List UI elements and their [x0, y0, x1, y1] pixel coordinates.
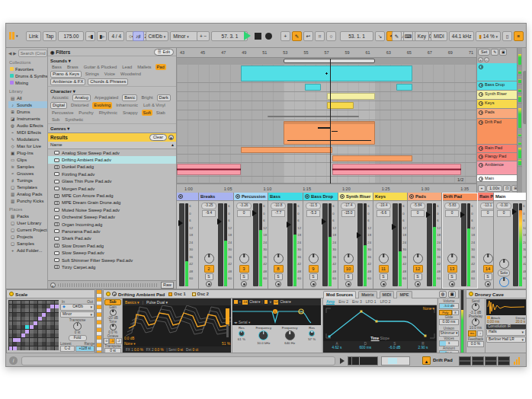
- pan-knob[interactable]: [309, 254, 319, 263]
- sub-osc-button[interactable]: Sub: [104, 299, 121, 305]
- filter-tag[interactable]: Bright: [139, 94, 154, 101]
- mod-section-tab[interactable]: MPE: [396, 291, 412, 298]
- track-number-button[interactable]: 9: [309, 265, 319, 273]
- track-lane-drift-pad[interactable]: [177, 120, 476, 146]
- ir-file-menu[interactable]: Berliner Hall LR▾: [486, 337, 526, 343]
- set-locator-button[interactable]: Set: [478, 49, 490, 56]
- library-item[interactable]: ▣Plug-Ins: [8, 149, 47, 156]
- track-header-drift-pad[interactable]: Drift Pad: [477, 119, 517, 145]
- result-item[interactable]: MPE Con Amore Pad.adg: [48, 192, 176, 199]
- result-item[interactable]: Glass Thin Pure Pad.adv: [48, 178, 176, 185]
- peak-level[interactable]: -10.8: [271, 203, 286, 209]
- peak-level[interactable]: -11.5: [306, 203, 321, 209]
- filter-tag[interactable]: Soft: [142, 110, 152, 116]
- filter-routing-menu[interactable]: ◂▸ Serial ▾: [234, 321, 250, 324]
- draw-mode-button[interactable]: ✎: [392, 31, 402, 41]
- track-header-rain-pad[interactable]: Rain Pad: [477, 145, 517, 153]
- places-item[interactable]: ▢Current Project: [8, 226, 47, 233]
- clip-overview[interactable]: [348, 356, 378, 365]
- pan-knob[interactable]: [204, 254, 214, 263]
- track-header-synth-riser[interactable]: Synth Riser: [477, 91, 517, 100]
- sub-gain-knob[interactable]: [110, 309, 117, 316]
- computer-midi-keyboard-button[interactable]: ⌨: [403, 31, 413, 41]
- places-item[interactable]: +Add Folder...: [8, 247, 47, 254]
- ir-waveform-display[interactable]: [486, 299, 526, 315]
- envelope-tab[interactable]: LFO 1: [366, 299, 377, 304]
- unison-mode-menu[interactable]: Shimmer ▾: [439, 330, 459, 337]
- clip[interactable]: [396, 84, 412, 91]
- clip[interactable]: [305, 84, 321, 91]
- clip[interactable]: [332, 155, 412, 161]
- device-on-toggle[interactable]: [9, 292, 14, 296]
- track-state-icon[interactable]: [178, 194, 183, 199]
- preview-waveform[interactable]: [58, 283, 159, 287]
- filter2-mode-menu[interactable]: Clean▾: [280, 300, 290, 304]
- pan-knob[interactable]: [274, 254, 284, 263]
- solo-button[interactable]: S: [448, 273, 457, 280]
- solo-button[interactable]: S: [380, 273, 388, 280]
- transpose-knob[interactable]: [73, 322, 82, 330]
- track-play-icon[interactable]: [479, 177, 483, 181]
- track-state-icon[interactable]: [340, 194, 345, 199]
- filter2-res-knob[interactable]: [309, 330, 315, 337]
- result-item[interactable]: Panorama Pad.adv: [48, 228, 176, 235]
- osc-pan-value[interactable]: None ▾: [124, 342, 136, 346]
- result-item[interactable]: Fizzling Pad.adv: [48, 171, 176, 177]
- wavetable-category-menu[interactable]: Basics ▾: [125, 300, 139, 305]
- scale-root-menu[interactable]: C#/Db ▾: [146, 31, 169, 41]
- device-on-toggle[interactable]: [106, 292, 111, 296]
- loop-start-field[interactable]: 53. 1. 1: [340, 31, 373, 41]
- attack-value[interactable]: 4.62 s: [332, 346, 341, 350]
- scale-out-dropdown[interactable]: Minor▾: [60, 311, 95, 318]
- track-play-icon[interactable]: [479, 101, 483, 106]
- ir-decay-value[interactable]: 20.0 s: [515, 320, 525, 324]
- peak-level[interactable]: -5.84: [410, 203, 425, 209]
- filter-tag[interactable]: Evolving: [92, 102, 112, 109]
- library-item[interactable]: ♯Tunings: [8, 177, 47, 184]
- collection-item[interactable]: Drums & Synths: [8, 72, 47, 79]
- peak-level[interactable]: -5.83: [444, 203, 460, 209]
- edit-filters-button[interactable]: ☰ Edit: [154, 49, 174, 56]
- ir-category-menu[interactable]: Halls▾: [486, 329, 526, 336]
- track-lane-synth-riser[interactable]: [177, 92, 476, 101]
- forward-icon[interactable]: ▶: [13, 51, 16, 56]
- arm-button[interactable]: [310, 281, 316, 287]
- library-item[interactable]: ▥Punchy Kicks: [8, 197, 47, 204]
- sub-tone-knob[interactable]: [110, 324, 117, 330]
- track-number-button[interactable]: 14: [483, 265, 493, 273]
- mixer-track-name[interactable]: Breaks: [200, 194, 215, 199]
- genres-section-title[interactable]: Genres ▾: [50, 126, 174, 131]
- save-preset-icon[interactable]: ▣: [448, 291, 456, 298]
- library-item[interactable]: ⌁MIDI Effects: [8, 129, 47, 136]
- release-value[interactable]: 2.90 s: [418, 346, 428, 350]
- mixer-track-name[interactable]: Main: [495, 194, 505, 199]
- filter-tag[interactable]: Rhythmic: [98, 110, 119, 116]
- mixer-track-name[interactable]: Bass: [270, 194, 280, 199]
- mod-section-tab[interactable]: Mod Sources: [323, 291, 356, 298]
- glide-field[interactable]: 0.00 ms: [439, 319, 459, 325]
- track-lane-breaks[interactable]: [177, 65, 476, 83]
- track-number-button[interactable]: 3: [239, 265, 249, 273]
- send-knob[interactable]: [472, 303, 479, 311]
- pan-knob[interactable]: [499, 259, 509, 269]
- mixer-track-name[interactable]: Synth Riser: [346, 194, 370, 199]
- clip[interactable]: [284, 121, 375, 145]
- volume-fader[interactable]: [461, 203, 466, 286]
- arrangement-zoom-level[interactable]: 1.00x: [486, 185, 502, 192]
- filter1-res-knob[interactable]: [239, 330, 245, 337]
- track-number-button[interactable]: 13: [447, 265, 457, 273]
- arrangement-zoom-in[interactable]: +: [478, 185, 486, 192]
- track-state-icon[interactable]: [236, 194, 240, 199]
- library-item[interactable]: ≈Grooves: [8, 170, 47, 177]
- filter1-slope[interactable]: 24: [242, 300, 248, 305]
- clip[interactable]: [327, 93, 375, 100]
- vertical-scrollbar[interactable]: [522, 48, 527, 193]
- nudge-down-button[interactable]: ◃▮: [85, 31, 95, 41]
- filter-tag[interactable]: Chords & Phrases: [88, 78, 128, 85]
- pan-knob[interactable]: [483, 254, 493, 263]
- gain-field[interactable]: 0: [411, 210, 425, 217]
- volume-slider[interactable]: -5.0 dB: [439, 303, 459, 309]
- track-header-breaks[interactable]: [477, 63, 517, 81]
- places-item[interactable]: ▧Packs: [8, 212, 47, 219]
- clip[interactable]: [241, 147, 332, 153]
